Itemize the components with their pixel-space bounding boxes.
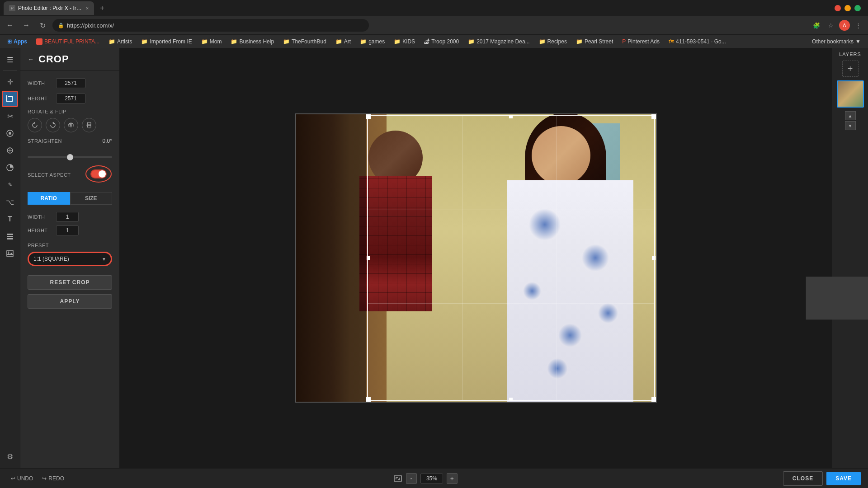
- preset-value: 1:1 (SQUARE): [33, 256, 69, 262]
- zoom-plus-btn[interactable]: +: [447, 473, 458, 484]
- bookmark-kids[interactable]: 📁 KIDS: [390, 38, 419, 46]
- window-controls: [835, 5, 864, 11]
- width-input[interactable]: [56, 78, 85, 88]
- apps-label: Apps: [14, 38, 27, 45]
- cut-tool-btn[interactable]: ✂: [2, 108, 18, 124]
- add-layer-button[interactable]: +: [842, 61, 859, 77]
- aspect-width-input[interactable]: [56, 212, 79, 222]
- bookmark-business[interactable]: 📁 Business Help: [227, 38, 278, 46]
- bottom-bar: ↩ UNDO ↪ REDO - 35% + CLOSE SAVE: [0, 468, 868, 488]
- rotate-ccw-btn[interactable]: [28, 118, 42, 132]
- healing-tool-btn[interactable]: [2, 125, 18, 141]
- feedback-tab[interactable]: FEEDBACK: [806, 277, 868, 319]
- crop-overlay-left: [296, 114, 366, 402]
- aspect-height-input[interactable]: [56, 225, 79, 235]
- girl-floral: [507, 180, 633, 402]
- preset-label: PRESET: [28, 243, 112, 248]
- bookmark-artists[interactable]: 📁 Artists: [105, 38, 136, 46]
- back-button[interactable]: ←: [28, 56, 34, 63]
- rotate-cw-btn[interactable]: [46, 118, 60, 132]
- folder-icon-magazine: 📁: [468, 38, 475, 45]
- close-button[interactable]: CLOSE: [783, 471, 823, 486]
- bookmark-star-icon[interactable]: ☆: [825, 19, 837, 32]
- move-tool-btn[interactable]: ✛: [2, 74, 18, 90]
- folder-icon-kids: 📁: [394, 38, 401, 45]
- chevron-down-icon: ▼: [855, 38, 861, 45]
- address-bar[interactable]: 🔒 https://pixlr.com/x/: [52, 19, 369, 32]
- zoom-minus-btn[interactable]: -: [406, 473, 417, 484]
- select-aspect-toggle[interactable]: [90, 169, 107, 178]
- redo-button[interactable]: ↪ REDO: [38, 474, 68, 483]
- forward-nav-btn[interactable]: →: [20, 19, 33, 32]
- bookmark-games[interactable]: 📁 games: [356, 38, 388, 46]
- close-window-btn[interactable]: [835, 5, 841, 11]
- tab-close-btn[interactable]: ×: [86, 6, 89, 11]
- layer-down-btn[interactable]: ▼: [845, 121, 856, 130]
- photo-display: [295, 113, 657, 403]
- right-panel: LAYERS + ▲ ▼: [832, 48, 868, 468]
- straighten-slider[interactable]: [28, 156, 112, 158]
- brush-tool-btn[interactable]: ✏: [2, 177, 18, 193]
- bookmark-mom[interactable]: 📁 Mom: [198, 38, 226, 46]
- flip-v-btn[interactable]: [82, 118, 96, 132]
- bookmark-apps[interactable]: ⊞ Apps: [4, 38, 31, 46]
- bookmark-fourthbud[interactable]: 📁 TheFourthBud: [279, 38, 330, 46]
- layers-tool-btn[interactable]: [2, 228, 18, 244]
- blur-tool-btn[interactable]: [2, 142, 18, 159]
- lock-icon: 🔒: [58, 23, 64, 28]
- folder-icon-pearl: 📁: [576, 38, 583, 45]
- zoom-display: 35%: [420, 474, 443, 483]
- reload-btn[interactable]: ↻: [36, 19, 49, 32]
- height-input[interactable]: [56, 94, 85, 103]
- crop-tool-btn[interactable]: [2, 91, 18, 107]
- undo-redo-group: ↩ UNDO ↪ REDO: [7, 474, 68, 483]
- profile-icon[interactable]: A: [839, 20, 850, 31]
- bookmarks-bar: ⊞ Apps BEAUTIFUL PRINTA... 📁 Artists 📁 I…: [0, 34, 868, 48]
- tab-bar: P Photo Editor : Pixlr X - free imag... …: [0, 0, 868, 16]
- bookmark-pearl[interactable]: 📁 Pearl Street: [572, 38, 617, 46]
- settings-area: ⚙: [2, 448, 18, 465]
- panel-content: WIDTH HEIGHT ROTATE & FLIP: [20, 71, 119, 468]
- text-icon: T: [8, 215, 12, 223]
- bookmark-magazine[interactable]: 📁 2017 Magazine Dea...: [464, 38, 533, 46]
- reset-crop-button[interactable]: RESET CROP: [28, 275, 112, 290]
- bookmark-pinterest[interactable]: P Pinterest Ads: [618, 38, 663, 46]
- bookmark-other[interactable]: Other bookmarks ▼: [808, 38, 864, 46]
- move-icon: ✛: [7, 78, 13, 86]
- bookmark-recipes[interactable]: 📁 Recipes: [535, 38, 571, 46]
- back-nav-btn[interactable]: ←: [4, 19, 16, 32]
- clone-tool-btn[interactable]: ⌥: [2, 194, 18, 210]
- bookmark-phone[interactable]: 🗺 411-593-0541 · Go...: [665, 38, 730, 46]
- layer-up-btn[interactable]: ▲: [845, 111, 856, 120]
- flip-h-btn[interactable]: [64, 118, 78, 132]
- image-container: [295, 113, 657, 403]
- active-tab[interactable]: P Photo Editor : Pixlr X - free imag... …: [4, 1, 94, 15]
- preset-chevron-down-icon: ▼: [102, 257, 106, 262]
- settings-btn[interactable]: ⚙: [2, 448, 18, 465]
- ratio-tab[interactable]: RATIO: [28, 192, 70, 205]
- bookmark-imported[interactable]: 📁 Imported From IE: [137, 38, 195, 46]
- maximize-window-btn[interactable]: [854, 5, 861, 11]
- image-tool-btn[interactable]: [2, 245, 18, 262]
- new-tab-button[interactable]: +: [96, 2, 108, 14]
- svg-point-1: [9, 132, 11, 135]
- bookmark-art[interactable]: 📁 Art: [332, 38, 354, 46]
- straighten-label: STRAIGHTEN: [28, 138, 62, 144]
- rotate-flip-label: ROTATE & FLIP: [28, 109, 112, 114]
- scissors-icon: ✂: [7, 112, 13, 121]
- bookmark-beautiful[interactable]: BEAUTIFUL PRINTA...: [33, 38, 103, 46]
- text-tool-btn[interactable]: T: [2, 211, 18, 227]
- tab-favicon: P: [9, 5, 15, 11]
- apply-button[interactable]: APPLY: [28, 294, 112, 309]
- minimize-window-btn[interactable]: [844, 5, 851, 11]
- layer-thumbnail[interactable]: [837, 80, 864, 108]
- undo-button[interactable]: ↩ UNDO: [7, 474, 37, 483]
- extensions-icon[interactable]: 🧩: [810, 19, 823, 32]
- dodge-tool-btn[interactable]: [2, 160, 18, 176]
- more-icon[interactable]: ⋮: [852, 19, 864, 32]
- hamburger-menu-btn[interactable]: ☰: [2, 52, 18, 68]
- preset-dropdown[interactable]: 1:1 (SQUARE) ▼: [28, 252, 112, 266]
- save-button[interactable]: SAVE: [826, 472, 861, 485]
- bookmark-troop[interactable]: 🏕 Troop 2000: [420, 38, 462, 46]
- size-tab[interactable]: SIZE: [70, 192, 113, 205]
